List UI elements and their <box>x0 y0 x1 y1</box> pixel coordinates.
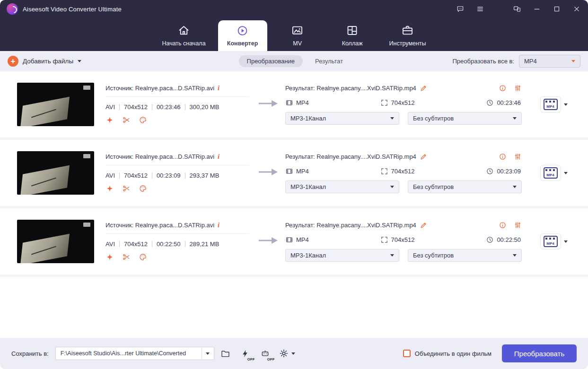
chevron-down-icon[interactable] <box>564 172 568 174</box>
high-speed-toggle[interactable]: OFF <box>237 345 254 361</box>
chevron-down-icon <box>390 254 394 257</box>
subtitle-value: Без субтитров <box>413 183 454 190</box>
off-badge: OFF <box>247 357 255 361</box>
cut-icon[interactable] <box>122 253 131 261</box>
chevron-down-icon <box>390 186 394 188</box>
settings-button[interactable] <box>279 348 295 359</box>
mp4-profile-icon: MP4 <box>544 236 558 247</box>
divider <box>152 241 152 247</box>
app-window: Aiseesoft Video Converter Ultimate <box>0 0 588 369</box>
segment-result[interactable]: Результат <box>315 58 343 65</box>
convert-all-dropdown[interactable]: MP4 <box>519 55 580 68</box>
audio-track-select[interactable]: MP3-1Канал <box>285 180 399 193</box>
source-meta: AVI 704x512 00:23:46 300,20 MB <box>105 103 249 111</box>
video-thumbnail[interactable] <box>17 220 94 263</box>
audio-track-value: MP3-1Канал <box>290 115 326 122</box>
tab-label: Конвертер <box>227 40 258 47</box>
tab-label: Коллаж <box>342 40 363 47</box>
resolution-icon <box>380 236 388 244</box>
palette-icon[interactable] <box>139 184 147 193</box>
save-path-dropdown[interactable]: F:\Aiseesoft Studio\Ais...rter Ultimate\… <box>55 347 214 360</box>
info-circle-icon[interactable] <box>499 84 507 92</box>
source-filename: Источник: Realnye.paca...D.SATRip.avi <box>105 153 214 160</box>
subtitle-select[interactable]: Без субтитров <box>408 112 522 125</box>
tab-restart[interactable]: Начать сначала <box>155 18 212 51</box>
mp4-profile-icon: MP4 <box>544 99 558 110</box>
minimize-button[interactable] <box>532 4 542 14</box>
merge-option[interactable]: Объединить в один фильм <box>403 350 491 357</box>
audio-track-select[interactable]: MP3-1Канал <box>285 112 399 125</box>
source-meta: AVI 704x512 00:22:50 289,21 MB <box>105 240 249 248</box>
info-circle-icon[interactable] <box>499 221 507 229</box>
app-logo-icon <box>7 3 18 15</box>
format-value: AVI <box>105 172 115 179</box>
rename-icon[interactable] <box>420 84 428 92</box>
audio-track-select[interactable]: MP3-1Канал <box>285 249 399 262</box>
settings-sliders-icon[interactable] <box>514 221 522 229</box>
profile-button[interactable]: MP4 <box>541 234 561 249</box>
file-list: Источник: Realnye.paca...D.SATRip.avi i … <box>0 71 588 338</box>
save-to-label: Сохранить в: <box>11 350 49 357</box>
merge-checkbox[interactable] <box>403 350 411 357</box>
chevron-down-icon[interactable] <box>564 103 568 106</box>
tab-label: Начать сначала <box>162 40 205 47</box>
nav-bar: Начать сначала Конвертер MV Коллаж Инстр… <box>0 18 588 51</box>
palette-icon[interactable] <box>139 253 147 261</box>
rename-icon[interactable] <box>420 221 428 229</box>
tab-tools[interactable]: Инструменты <box>383 18 433 51</box>
chevron-down-icon <box>513 254 517 257</box>
info-icon[interactable]: i <box>218 222 219 229</box>
info-icon[interactable]: i <box>218 85 219 92</box>
subtitle-select[interactable]: Без субтитров <box>408 180 522 193</box>
home-icon <box>177 24 190 37</box>
chevron-down-icon[interactable] <box>564 240 568 243</box>
open-folder-button[interactable] <box>217 345 234 361</box>
clock-icon <box>486 167 494 175</box>
convert-all-value: MP4 <box>524 58 537 65</box>
collage-icon <box>346 24 359 37</box>
rename-icon[interactable] <box>420 153 428 161</box>
source-filename: Источник: Realnye.paca...D.SATRip.avi <box>105 222 214 229</box>
profile-badge: MP4 <box>546 104 554 109</box>
subtitle-select[interactable]: Без субтитров <box>408 249 522 262</box>
format-value: AVI <box>105 240 115 248</box>
close-button[interactable] <box>572 4 581 14</box>
settings-sliders-icon[interactable] <box>514 153 522 161</box>
path-caret-section[interactable] <box>202 347 214 360</box>
view-segments: Преобразование Результат <box>239 51 343 71</box>
maximize-button[interactable] <box>552 4 562 14</box>
segment-convert[interactable]: Преобразование <box>239 55 303 67</box>
effects-icon[interactable] <box>105 253 114 261</box>
cut-icon[interactable] <box>122 184 131 193</box>
size-value: 293,37 MB <box>190 172 219 179</box>
profile-button[interactable]: MP4 <box>541 165 561 180</box>
menu-icon[interactable] <box>475 4 485 14</box>
convert-button[interactable]: Преобразовать <box>502 344 577 362</box>
profile-button[interactable]: MP4 <box>541 97 561 112</box>
tab-collage[interactable]: Коллаж <box>328 18 377 51</box>
feedback-icon[interactable] <box>456 4 465 14</box>
tab-mv[interactable]: MV <box>273 18 322 51</box>
cut-icon[interactable] <box>122 116 131 124</box>
device-link-icon[interactable] <box>512 4 522 14</box>
chevron-down-icon <box>390 117 394 120</box>
video-thumbnail[interactable] <box>17 151 94 195</box>
hardware-acceleration-toggle[interactable]: OFF <box>257 345 274 361</box>
resolution-icon <box>380 99 388 107</box>
palette-icon[interactable] <box>139 116 147 124</box>
resolution-value: 704x512 <box>124 240 148 248</box>
source-meta: AVI 704x512 00:23:09 293,37 MB <box>105 172 249 179</box>
info-circle-icon[interactable] <box>499 153 507 161</box>
chevron-down-icon <box>78 60 81 62</box>
clock-icon <box>486 236 494 244</box>
effects-icon[interactable] <box>105 116 114 124</box>
add-files-button[interactable]: + Добавить файлы <box>8 56 81 67</box>
info-icon[interactable]: i <box>218 153 219 160</box>
settings-sliders-icon[interactable] <box>514 84 522 92</box>
tab-converter[interactable]: Конвертер <box>218 20 267 51</box>
file-row: Источник: Realnye.paca...D.SATRip.avi i … <box>0 71 588 140</box>
effects-icon[interactable] <box>105 184 114 193</box>
converter-icon <box>236 25 249 37</box>
chevron-down-icon <box>513 186 517 188</box>
video-thumbnail[interactable] <box>17 83 94 126</box>
